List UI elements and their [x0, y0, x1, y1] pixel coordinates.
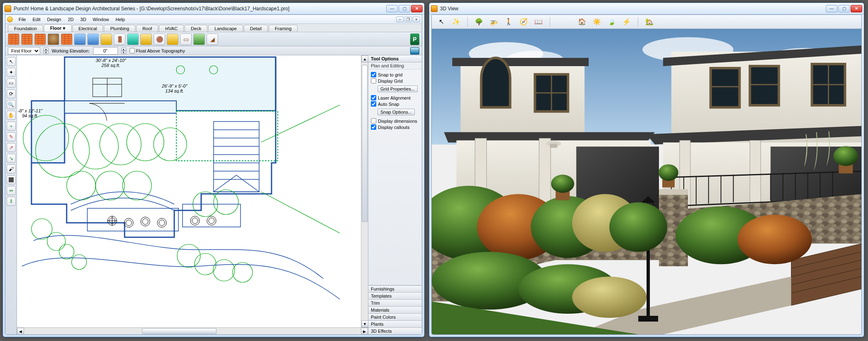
compass-icon[interactable]: 🧭 [518, 17, 529, 27]
wand-icon[interactable]: ✨ [451, 17, 462, 27]
floor-spinner[interactable]: ▲▼ [43, 48, 48, 54]
dimension-1-icon[interactable]: ⇔ [7, 186, 16, 195]
punch-p-logo-icon[interactable]: P [410, 33, 419, 45]
acc-trim[interactable]: Trim [368, 299, 422, 306]
walk-icon[interactable]: 🚶 [503, 17, 514, 27]
3d-maximize-button[interactable]: ▢ [838, 5, 850, 12]
vscroll-down-icon[interactable]: ▼ [361, 320, 368, 327]
tb-column-2-icon[interactable] [87, 33, 99, 45]
select-tool-icon[interactable]: ↖ [7, 57, 16, 66]
laser-alignment-checkbox[interactable]: Laser Alignment [371, 95, 419, 100]
lightning-icon[interactable]: ⚡ [621, 17, 632, 27]
sun-icon[interactable]: ☀️ [591, 17, 602, 27]
canvas-hscroll[interactable]: ◀ ▶ [17, 327, 368, 334]
3d-viewport[interactable] [432, 29, 861, 334]
acc-3d-effects[interactable]: 3D Effects [368, 327, 422, 334]
tb-counter-icon[interactable] [101, 33, 112, 45]
checker-icon[interactable] [7, 175, 16, 184]
menu-2d[interactable]: 2D [65, 16, 77, 23]
hscroll-right-icon[interactable]: ▶ [361, 328, 368, 334]
tb-brick-4-icon[interactable] [61, 33, 72, 45]
acc-templates[interactable]: Templates [368, 292, 422, 299]
home-small-icon[interactable]: 🏡 [644, 17, 655, 27]
tb-brick-2-icon[interactable] [21, 33, 33, 45]
tab-detail[interactable]: Detail [244, 25, 268, 32]
menu-window[interactable]: Window [89, 16, 112, 23]
float-above-topo-checkbox[interactable]: Float Above Topography [130, 48, 185, 53]
tab-hvac[interactable]: HVAC [159, 25, 184, 32]
shrink-bounds-icon[interactable]: ↘ [7, 154, 16, 163]
tab-electrical[interactable]: Electrical [72, 25, 103, 32]
acc-paint-colors[interactable]: Paint Colors [368, 313, 422, 320]
tb-roofedge-icon[interactable]: ◢ [207, 33, 218, 45]
snap-options-button[interactable]: Snap Options... [377, 109, 415, 115]
tb-table-icon[interactable] [140, 33, 152, 45]
auto-snap-checkbox[interactable]: Auto Snap [371, 101, 419, 107]
designer-titlebar[interactable]: Punch! Home & Landscape Design Architect… [3, 3, 424, 14]
tree-icon[interactable]: 🌳 [474, 17, 484, 27]
tb-brick-1-icon[interactable] [8, 33, 19, 45]
pan-tool-icon[interactable]: ✋ [7, 111, 16, 120]
tab-foundation[interactable]: Foundation [8, 25, 43, 32]
grow-bounds-icon[interactable]: ↗ [7, 143, 16, 152]
rotate-tool-icon[interactable]: ⟳ [7, 89, 16, 98]
helicopter-icon[interactable]: 🚁 [488, 17, 499, 27]
minimize-button[interactable]: — [386, 5, 398, 12]
hscroll-left-icon[interactable]: ◀ [17, 328, 24, 334]
eyedropper-icon[interactable]: ✎ [7, 132, 16, 141]
tab-landscape[interactable]: Landscape [208, 25, 243, 32]
acc-plants[interactable]: Plants [368, 320, 422, 327]
tb-plant-icon[interactable] [193, 33, 205, 45]
menu-help[interactable]: Help [112, 16, 128, 23]
mdi-close[interactable]: × [413, 17, 420, 22]
tb-column-1-icon[interactable] [74, 33, 86, 45]
tab-plumbing[interactable]: Plumbing [104, 25, 135, 32]
cursor-icon[interactable]: ↖ [436, 17, 447, 27]
acc-furnishings[interactable]: Furnishings [368, 285, 422, 292]
tab-deck[interactable]: Deck [185, 25, 207, 32]
paint-tool-icon[interactable]: 🖌 [7, 165, 16, 174]
vscroll-thumb[interactable] [362, 65, 368, 222]
acc-materials[interactable]: Materials [368, 306, 422, 313]
tab-floor[interactable]: Floor ▾ [44, 24, 72, 32]
tb-brick-3-icon[interactable] [34, 33, 46, 45]
hscroll-thumb[interactable] [142, 328, 216, 334]
elevation-spinner[interactable]: ▲▼ [121, 48, 126, 54]
working-elevation-input[interactable] [93, 47, 118, 55]
dimension-2-icon[interactable]: ⇕ [7, 197, 16, 206]
menu-3d[interactable]: 3D [77, 16, 89, 23]
display-grid-checkbox[interactable]: Display Grid [371, 78, 419, 83]
vscroll-up-icon[interactable]: ▲ [361, 55, 368, 62]
display-callouts-checkbox[interactable]: Display callouts [371, 124, 419, 130]
3d-view-titlebar[interactable]: 3D View — ▢ ✕ [429, 3, 864, 14]
grid-properties-button[interactable]: Grid Properties... [377, 86, 418, 92]
close-button[interactable]: ✕ [411, 5, 423, 12]
wind-icon[interactable]: 🍃 [606, 17, 617, 27]
maximize-button[interactable]: ▢ [399, 5, 410, 12]
lasso-tool-icon[interactable]: ✦ [7, 68, 16, 77]
plan-canvas[interactable]: 30'-8" x 24'-10" 258 sq.ft. 26'-9" x 5'-… [17, 55, 361, 327]
display-dimensions-checkbox[interactable]: Display dimensions [371, 118, 419, 124]
zoom-tool-icon[interactable]: 🔍 [7, 100, 16, 109]
menu-design[interactable]: Design [44, 16, 65, 23]
snap-to-grid-checkbox[interactable]: Snap to grid [371, 72, 419, 77]
tab-roof[interactable]: Roof [136, 25, 158, 32]
tb-barrel-icon[interactable] [48, 33, 59, 45]
mdi-minimize[interactable]: – [396, 17, 404, 22]
mdi-restore[interactable]: ❐ [404, 17, 412, 22]
float-above-topo-input[interactable] [130, 48, 135, 53]
book-icon[interactable]: 📖 [533, 17, 544, 27]
floor-selector[interactable]: First Floor [8, 47, 40, 55]
tb-door-icon[interactable]: 🚪 [114, 33, 125, 45]
menu-edit[interactable]: Edit [29, 16, 44, 23]
house-icon[interactable]: 🏠 [577, 17, 587, 27]
tb-stool-icon[interactable]: 🟤 [154, 33, 165, 45]
add-point-icon[interactable]: ＋ [7, 122, 16, 131]
3d-minimize-button[interactable]: — [826, 5, 837, 12]
sheet-icon[interactable] [410, 47, 419, 55]
canvas-vscroll[interactable]: ▲ ▼ [361, 55, 368, 327]
marquee-tool-icon[interactable]: ▭ [7, 79, 16, 88]
3d-close-button[interactable]: ✕ [851, 5, 862, 12]
tb-cabinet-icon[interactable] [167, 33, 178, 45]
tab-framing[interactable]: Framing [269, 25, 298, 32]
